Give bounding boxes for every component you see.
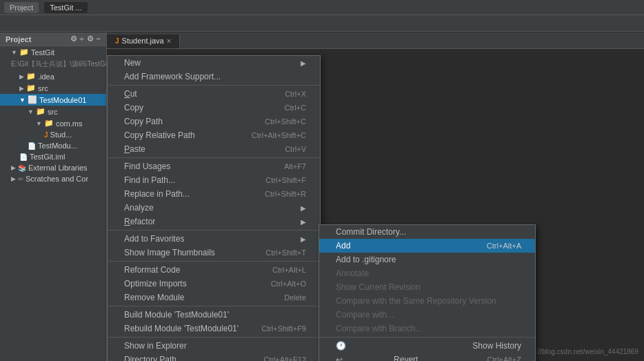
menu-item-optimize-imports[interactable]: Optimize Imports Ctrl+Alt+O <box>108 277 320 291</box>
menu-item-copy-relative[interactable]: Copy Relative Path Ctrl+Alt+Shift+C <box>108 128 320 142</box>
editor-tab-student[interactable]: J Student.java × <box>107 35 180 48</box>
shortcut-paste: Ctrl+V <box>285 145 306 153</box>
module-icon: ⬜ <box>28 95 37 104</box>
menu-item-find-usages[interactable]: Find Usages Alt+F7 <box>108 159 320 173</box>
menu-label: Paste <box>124 144 145 154</box>
menu-label: Copy Path <box>124 117 163 126</box>
tree-label: src <box>48 108 58 116</box>
tree-item-idea[interactable]: ▶ 📁 .idea <box>0 70 106 82</box>
menu-label: Replace in Path... <box>124 189 190 199</box>
xml-icon: 📄 <box>19 153 28 161</box>
tree-item-external-libs[interactable]: ▶ 📚 External Libraries <box>0 162 106 173</box>
menu-label: Annotate <box>336 269 369 278</box>
expand-icon: ▼ <box>11 49 17 56</box>
tree-label: External Libraries <box>28 164 88 172</box>
menu-item-reformat[interactable]: Reformat Code Ctrl+Alt+L <box>108 263 320 277</box>
menu-label: Cut <box>124 89 137 99</box>
toolbar-spacer <box>3 19 5 28</box>
shortcut-cut: Ctrl+X <box>285 90 306 98</box>
folder-icon: 📁 <box>26 72 36 81</box>
menu-item-copy[interactable]: Copy Ctrl+C <box>108 101 320 115</box>
submenu-item-compare-with: Compare with... <box>319 308 535 322</box>
menu-label: Copy <box>124 103 143 113</box>
testgit-tab[interactable]: TestGit ... <box>44 2 87 13</box>
shortcut-thumbnails: Ctrl+Shift+T <box>265 248 306 257</box>
menu-item-build-module[interactable]: Build Module 'TestModule01' <box>108 308 320 322</box>
project-settings-icon[interactable]: ⚙ <box>87 35 94 43</box>
menu-label: Show Current Revision <box>336 282 421 292</box>
folder-icon: 📁 <box>44 119 54 128</box>
project-panel: Project ⚙ ÷ ⚙ − ▼ 📁 TestGit E:\Git【马士兵说】… <box>0 32 107 361</box>
expand-icon: ▶ <box>11 164 16 171</box>
editor-tab-bar: J Student.java × <box>107 32 644 49</box>
submenu-arrow: ▶ <box>301 204 306 212</box>
submenu-item-annotate: Annotate <box>319 266 535 280</box>
menu-label: Add <box>336 241 350 251</box>
tree-label: TestGit.iml <box>30 153 65 161</box>
submenu-item-add-gitignore[interactable]: Add to .gitignore <box>319 253 535 266</box>
tree-label: TestModule01 <box>39 96 87 104</box>
close-icon[interactable]: × <box>167 37 171 45</box>
project-tab[interactable]: Project <box>4 2 39 13</box>
tree-label: .idea <box>38 72 54 81</box>
menu-item-rebuild-module[interactable]: Rebuild Module 'TestModule01' Ctrl+Shift… <box>108 322 320 335</box>
tree-item-comms[interactable]: ▼ 📁 com.ms <box>0 117 106 129</box>
path-label: E:\Git【马士兵说】\源码\TestGit <box>11 59 106 69</box>
revert-icon: ↩ <box>336 355 343 361</box>
tree-item-src2[interactable]: ▼ 📁 src <box>0 106 106 117</box>
menu-label: Find Usages <box>124 162 170 171</box>
folder-icon: 📁 <box>36 107 46 116</box>
menu-divider-6 <box>108 337 320 338</box>
tree-item-scratches[interactable]: ▶ ✏ Scratches and Cor <box>0 173 106 184</box>
java-file-icon: J <box>115 37 119 45</box>
submenu-arrow: ▶ <box>301 218 306 226</box>
menu-item-replace-in-path[interactable]: Replace in Path... Ctrl+Shift+R <box>108 187 320 201</box>
expand-icon: ▶ <box>19 85 24 92</box>
submenu-item-commit-dir[interactable]: Commit Directory... <box>319 225 535 239</box>
menu-item-refactor[interactable]: Refactor ▶ <box>108 215 320 228</box>
project-gear-icon[interactable]: ⚙ <box>70 35 77 43</box>
tree-label: TestModu... <box>38 142 77 150</box>
menu-item-remove-module[interactable]: Remove Module Delete <box>108 291 320 304</box>
submenu-item-show-history[interactable]: 🕐 Show History <box>319 339 535 353</box>
tree-item-testgit-iml[interactable]: 📄 TestGit.iml <box>0 151 106 162</box>
scratch-icon: ✏ <box>18 175 23 183</box>
menu-label: Commit Directory... <box>336 227 406 237</box>
menu-divider-2 <box>108 157 320 158</box>
submenu-arrow: ▶ <box>301 235 306 243</box>
shortcut-copy: Ctrl+C <box>285 104 306 112</box>
tree-item-src[interactable]: ▶ 📁 src <box>0 82 106 94</box>
menu-label: Compare with Branch... <box>336 324 422 333</box>
tree-item-testgit[interactable]: ▼ 📁 TestGit <box>0 46 106 58</box>
submenu-item-revert[interactable]: ↩ Revert... Ctrl+Alt+Z <box>319 353 535 361</box>
menu-item-add-framework[interactable]: Add Framework Support... <box>108 70 320 84</box>
menu-item-cut[interactable]: Cut Ctrl+X <box>108 87 320 101</box>
tree-item-testmodule01[interactable]: ▼ ⬜ TestModule01 <box>0 94 106 106</box>
menu-item-analyze[interactable]: Analyze ▶ <box>108 201 320 215</box>
menu-item-show-thumbnails[interactable]: Show Image Thumbnails Ctrl+Shift+T <box>108 246 320 260</box>
menu-item-new[interactable]: New ▶ <box>108 56 320 70</box>
menu-label: Analyze <box>124 203 154 213</box>
menu-label: Remove Module <box>124 293 184 302</box>
menu-item-directory-path[interactable]: Directory Path Ctrl+Alt+F12 <box>108 353 320 361</box>
tree-item-testmodule-iml[interactable]: 📄 TestModu... <box>0 140 106 151</box>
menu-item-paste[interactable]: Paste Ctrl+V <box>108 142 320 156</box>
tree-item-student[interactable]: J Stud... <box>0 129 106 140</box>
submenu-item-add[interactable]: Add Ctrl+Alt+A <box>319 239 535 253</box>
expand-icon: ▶ <box>19 73 24 80</box>
project-collapse-icon[interactable]: − <box>97 35 101 43</box>
menu-item-copy-path[interactable]: Copy Path Ctrl+Shift+C <box>108 115 320 128</box>
expand-icon: ▼ <box>19 97 26 104</box>
project-split-icon[interactable]: ÷ <box>80 35 84 43</box>
submenu-item-show-revision: Show Current Revision <box>319 280 535 294</box>
menu-item-show-explorer[interactable]: Show in Explorer <box>108 339 320 353</box>
menu-item-add-favorites[interactable]: Add to Favorites ▶ <box>108 232 320 246</box>
menu-label: Rebuild Module 'TestModule01' <box>124 324 239 333</box>
folder-icon: 📁 <box>19 48 29 57</box>
tree-item-path: E:\Git【马士兵说】\源码\TestGit <box>0 58 106 70</box>
menu-label: Show Image Thumbnails <box>124 248 215 257</box>
menu-item-find-in-path[interactable]: Find in Path... Ctrl+Shift+F <box>108 173 320 187</box>
menu-label: Optimize Imports <box>124 279 187 289</box>
tree-label: Scratches and Cor <box>26 175 88 183</box>
menu-label: Show in Explorer <box>124 341 187 351</box>
